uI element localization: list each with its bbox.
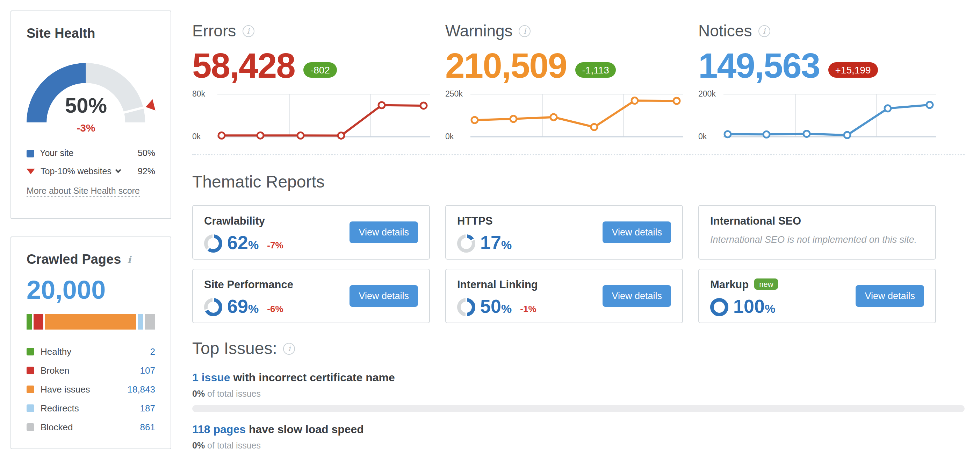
site-health-card: Site Health 50% -3% Your site50%Top-10% … xyxy=(11,11,171,219)
issue-description: with incorrect certificate name xyxy=(230,372,395,383)
crawled-pages-title: Crawled Pages xyxy=(27,251,121,268)
thematic-card-title: Internal Linking xyxy=(457,278,538,291)
legend-value-link[interactable]: 861 xyxy=(140,422,155,433)
score-delta: -6% xyxy=(267,303,283,314)
counter-title: Errors xyxy=(192,21,236,41)
site-health-legend: Your site50%Top-10% websites92% xyxy=(27,144,155,180)
score-text: 17% xyxy=(480,234,512,252)
info-icon[interactable]: i xyxy=(242,25,254,37)
legend-color-chip xyxy=(27,423,34,431)
legend-color-chip xyxy=(27,404,34,412)
progress-ring-icon xyxy=(204,234,222,252)
bar-segment xyxy=(145,314,155,329)
score-text: 100% xyxy=(733,297,775,316)
info-icon[interactable]: i xyxy=(127,251,131,268)
crawled-pages-stacked-bar xyxy=(27,314,155,329)
score-value: 17 xyxy=(480,232,501,253)
thematic-card-header: International SEO xyxy=(710,215,924,227)
trend-chart: 200k 0k xyxy=(698,91,936,140)
crawled-pages-total: 20,000 xyxy=(27,276,155,304)
y-axis-min-label: 0k xyxy=(192,132,200,141)
site-health-score: 50% xyxy=(24,94,148,118)
issue-percent: 0% xyxy=(192,389,205,399)
counter-header: Notices i xyxy=(698,21,936,41)
issue-subtext: 0% of total issues xyxy=(192,388,965,399)
legend-value-link[interactable]: 2 xyxy=(150,347,155,357)
y-axis: 200k 0k xyxy=(698,91,724,140)
legend-label: Redirects xyxy=(41,403,79,414)
legend-value: 50% xyxy=(138,149,155,158)
crawled-legend-row: Healthy2 xyxy=(27,342,155,361)
counter-value: 149,563 xyxy=(698,50,820,83)
thematic-reports-title: Thematic Reports xyxy=(192,172,965,192)
site-health-title: Site Health xyxy=(27,25,155,42)
counter-section: Errors i 58,428 -802 80k 0k xyxy=(192,21,430,140)
percent-sign: % xyxy=(501,302,512,316)
chevron-down-icon xyxy=(115,167,121,173)
info-icon[interactable]: i xyxy=(519,25,531,37)
thematic-card-title: HTTPS xyxy=(457,215,493,227)
thematic-card-title: International SEO xyxy=(710,215,801,227)
site-health-gauge: 50% -3% xyxy=(24,57,157,127)
issue-percent-caption: of total issues xyxy=(205,441,261,450)
score-delta: -1% xyxy=(520,303,536,314)
sparkline-chart xyxy=(471,91,683,140)
top-issue-item: 118 pages have slow load speed 0% of tot… xyxy=(192,423,965,452)
triangle-down-icon xyxy=(27,169,35,174)
progress-ring-icon xyxy=(204,298,222,316)
progress-ring-icon xyxy=(710,235,729,252)
legend-value-link[interactable]: 187 xyxy=(140,403,155,414)
thematic-card: HTTPS 17% View details xyxy=(445,205,683,260)
thematic-card-score: 17% xyxy=(457,234,512,252)
legend-label: Blocked xyxy=(41,422,73,433)
view-details-button[interactable]: View details xyxy=(603,222,671,243)
bar-segment xyxy=(45,314,136,329)
legend-color-chip xyxy=(27,348,34,355)
thematic-card: Crawlability 62% -7% View details xyxy=(192,205,430,260)
legend-value-link[interactable]: 18,843 xyxy=(127,384,155,395)
crawled-legend-row: Have issues18,843 xyxy=(27,380,155,399)
site-health-more-link[interactable]: More about Site Health score xyxy=(27,186,140,196)
counter-delta-badge: -1,113 xyxy=(575,62,616,78)
issue-subtext: 0% of total issues xyxy=(192,440,965,451)
thematic-card-note: International SEO is not implemented on … xyxy=(710,235,924,245)
view-details-button[interactable]: View details xyxy=(856,285,924,307)
percent-sign: % xyxy=(501,239,512,252)
thematic-reports-grid: Crawlability 62% -7% View details HTTPS … xyxy=(192,205,965,323)
issue-count-link[interactable]: 1 issue xyxy=(192,372,230,383)
crawled-legend-row: Blocked861 xyxy=(27,418,155,437)
view-details-button[interactable]: View details xyxy=(603,285,671,307)
site-health-legend-row[interactable]: Top-10% websites92% xyxy=(27,162,155,180)
legend-color-chip xyxy=(27,385,34,393)
counter-header: Errors i xyxy=(192,21,430,41)
thematic-card-score: 100% xyxy=(710,297,775,316)
bar-segment xyxy=(27,314,32,329)
score-text: 50% xyxy=(480,297,512,316)
y-axis-max-label: 80k xyxy=(192,89,205,98)
view-details-button[interactable]: View details xyxy=(350,285,418,307)
top-issues-title: Top Issues: xyxy=(192,339,277,358)
score-delta: -7% xyxy=(267,240,283,251)
legend-value-link[interactable]: 107 xyxy=(140,365,155,376)
bar-segment xyxy=(138,314,143,329)
y-axis-max-label: 250k xyxy=(445,89,463,98)
issue-percent: 0% xyxy=(192,441,205,450)
top-issue-item: 1 issue with incorrect certificate name … xyxy=(192,371,965,412)
issue-count-link[interactable]: 118 pages xyxy=(192,423,246,435)
info-icon[interactable]: i xyxy=(758,25,770,37)
legend-color-chip xyxy=(27,367,34,374)
main-content: Errors i 58,428 -802 80k 0k Warnings i 2… xyxy=(192,0,965,452)
issue-line: 1 issue with incorrect certificate name xyxy=(192,371,965,385)
thematic-card-score: 62% -7% xyxy=(204,234,283,252)
crawled-legend-row: Redirects187 xyxy=(27,399,155,418)
site-health-delta: -3% xyxy=(24,122,148,134)
score-value: 50 xyxy=(480,296,501,317)
bar-segment xyxy=(33,314,43,329)
view-details-button[interactable]: View details xyxy=(350,222,418,243)
percent-sign: % xyxy=(248,239,259,252)
info-icon[interactable]: i xyxy=(283,342,295,355)
trend-chart: 80k 0k xyxy=(192,91,430,140)
issue-percent-caption: of total issues xyxy=(205,389,261,399)
y-axis: 250k 0k xyxy=(445,91,471,140)
counter-number-row: 210,509 -1,113 xyxy=(445,46,683,83)
